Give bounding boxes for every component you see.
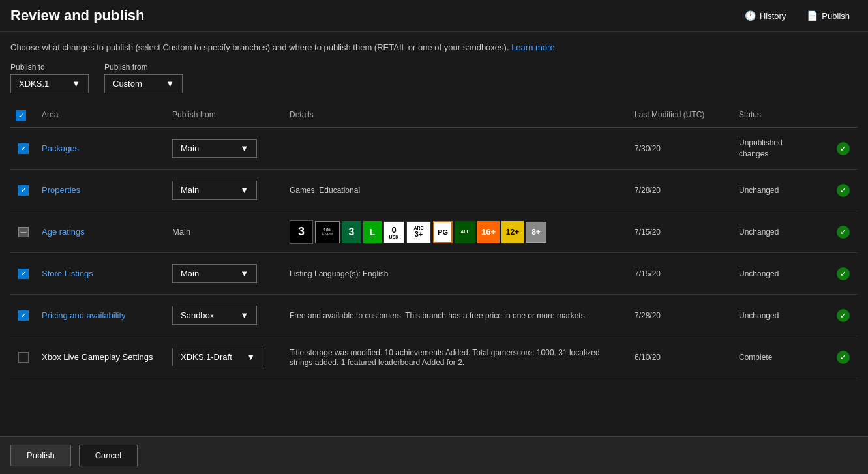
- store-listings-modified: 7/15/20: [635, 269, 661, 278]
- properties-checkbox[interactable]: [18, 185, 29, 196]
- header-status: Status: [734, 108, 831, 123]
- badge-12-icon: 12+: [501, 221, 524, 243]
- packages-checkbox[interactable]: [18, 143, 29, 154]
- age-ratings-status-cell: Unchanged: [734, 222, 831, 242]
- header-details: Details: [284, 108, 629, 123]
- chevron-down-icon: ▼: [72, 79, 80, 89]
- cancel-button[interactable]: Cancel: [79, 445, 138, 466]
- properties-branch-dropdown[interactable]: Main ▼: [172, 181, 257, 200]
- chevron-down-icon-2: ▼: [166, 79, 174, 89]
- packages-status-cell: Unpublishedchanges: [734, 132, 831, 165]
- pricing-status: Unchanged: [739, 311, 779, 320]
- header-area: Area: [37, 108, 167, 123]
- table-header: Area Publish from Details Last Modified …: [10, 104, 858, 128]
- table-row: Store Listings Main ▼ Listing Language(s…: [10, 253, 858, 295]
- chevron-down-icon-sl: ▼: [240, 269, 248, 278]
- footer: Publish Cancel: [0, 436, 868, 474]
- publish-to-dropdown[interactable]: XDKS.1 ▼: [10, 74, 89, 93]
- header-publish-from: Publish from: [167, 108, 284, 123]
- packages-ok-icon: ✓: [837, 142, 850, 155]
- badge-16-icon: 16+: [477, 221, 500, 243]
- publish-from-dropdown[interactable]: Custom ▼: [104, 74, 183, 93]
- select-all-checkbox[interactable]: [16, 110, 26, 121]
- age-ratings-ok-icon: ✓: [837, 226, 850, 239]
- store-listings-ok-cell: ✓: [831, 262, 858, 286]
- description-text: Choose what changes to publish (select C…: [10, 42, 858, 52]
- pricing-modified: 7/28/20: [635, 311, 661, 320]
- xbox-live-checkbox[interactable]: [18, 352, 29, 363]
- properties-ok-icon: ✓: [837, 184, 850, 197]
- age-ratings-checkbox[interactable]: [18, 227, 29, 237]
- chevron-down-icon-xl: ▼: [247, 352, 255, 362]
- xbox-live-status-cell: Complete: [734, 348, 831, 367]
- xbox-live-checkbox-cell: [10, 347, 37, 368]
- badge-grac-icon: ALL: [455, 221, 475, 243]
- badge-8-icon: 8+: [526, 222, 546, 243]
- table-row: Packages Main ▼ 7/30/20 Unpublishedchang…: [10, 128, 858, 170]
- pricing-ok-icon: ✓: [837, 309, 850, 322]
- packages-modified: 7/30/20: [635, 144, 661, 153]
- xbox-live-ok-icon: ✓: [837, 351, 850, 364]
- page-title: Review and publish: [10, 7, 144, 24]
- age-ratings-status: Unchanged: [739, 228, 779, 237]
- age-ratings-checkbox-cell: [10, 222, 37, 243]
- learn-more-link[interactable]: Learn more: [511, 42, 554, 52]
- badge-arc-icon: ARC 3+: [406, 221, 431, 243]
- badge-3-icon: 3: [290, 220, 313, 244]
- packages-link[interactable]: Packages: [42, 143, 79, 153]
- main-content: Choose what changes to publish (select C…: [0, 32, 868, 378]
- header-publish-button[interactable]: 📄 Publish: [799, 7, 858, 25]
- publish-button[interactable]: Publish: [10, 445, 71, 466]
- store-listings-link[interactable]: Store Listings: [42, 269, 93, 278]
- history-label: History: [760, 11, 786, 21]
- badge-pegi3-icon: 3: [342, 221, 361, 243]
- header-actions: 🕐 History 📄 Publish: [737, 7, 858, 25]
- properties-checkbox-cell: [10, 180, 37, 201]
- pricing-checkbox-cell: [10, 305, 37, 326]
- table-row: Xbox Live Gameplay Settings XDKS.1-Draft…: [10, 336, 858, 378]
- pricing-checkbox[interactable]: [18, 310, 29, 321]
- badge-l-icon: L: [363, 221, 382, 243]
- store-listings-checkbox[interactable]: [18, 269, 29, 279]
- properties-status: Unchanged: [739, 186, 779, 195]
- badge-esrb-icon: 10+ ESRB: [315, 221, 340, 243]
- badge-usk0-icon: 0 USK: [383, 221, 404, 243]
- history-icon: 🕐: [745, 10, 756, 21]
- header-last-modified: Last Modified (UTC): [629, 108, 734, 123]
- packages-ok-cell: ✓: [831, 137, 858, 160]
- chevron-down-icon-pkg: ▼: [240, 143, 248, 153]
- pricing-branch-dropdown[interactable]: Sandbox ▼: [172, 306, 257, 325]
- pricing-ok-cell: ✓: [831, 304, 858, 327]
- xbox-live-branch-dropdown[interactable]: XDKS.1-Draft ▼: [172, 348, 263, 366]
- store-listings-branch-dropdown[interactable]: Main ▼: [172, 264, 257, 283]
- properties-modified: 7/28/20: [635, 186, 661, 195]
- properties-details: Games, Educational: [290, 186, 360, 195]
- xbox-live-status: Complete: [739, 353, 772, 362]
- store-listings-ok-icon: ✓: [837, 267, 850, 280]
- table-row: Properties Main ▼ Games, Educational 7/2…: [10, 170, 858, 211]
- publish-to-group: Publish to XDKS.1 ▼: [10, 63, 89, 93]
- age-ratings-link[interactable]: Age ratings: [42, 227, 85, 237]
- properties-ok-cell: ✓: [831, 179, 858, 202]
- history-button[interactable]: 🕐 History: [737, 7, 794, 25]
- publish-from-group: Publish from Custom ▼: [104, 63, 183, 93]
- header-publish-label: Publish: [822, 11, 850, 21]
- properties-status-cell: Unchanged: [734, 181, 831, 200]
- pricing-status-cell: Unchanged: [734, 306, 831, 325]
- xbox-live-area: Xbox Live Gameplay Settings: [42, 352, 153, 362]
- packages-status: Unpublishedchanges: [739, 138, 783, 160]
- pricing-link[interactable]: Pricing and availability: [42, 310, 126, 320]
- age-ratings-badges: 3 10+ ESRB 3 L 0 USK ARC 3+ PG: [290, 220, 624, 244]
- properties-link[interactable]: Properties: [42, 185, 80, 195]
- age-ratings-modified: 7/15/20: [635, 228, 661, 237]
- packages-branch-dropdown[interactable]: Main ▼: [172, 139, 257, 158]
- page-header: Review and publish 🕐 History 📄 Publish: [0, 0, 868, 32]
- chevron-down-icon-prop: ▼: [240, 185, 248, 195]
- age-ratings-branch: Main: [172, 227, 190, 237]
- pricing-details: Free and available to customers. This br…: [290, 311, 587, 320]
- table-row: Age ratings Main 3 10+ ESRB 3 L 0 USK: [10, 211, 858, 253]
- chevron-down-icon-pa: ▼: [240, 310, 248, 320]
- publish-to-label: Publish to: [10, 63, 89, 72]
- table-row: Pricing and availability Sandbox ▼ Free …: [10, 295, 858, 336]
- publish-icon: 📄: [807, 10, 818, 21]
